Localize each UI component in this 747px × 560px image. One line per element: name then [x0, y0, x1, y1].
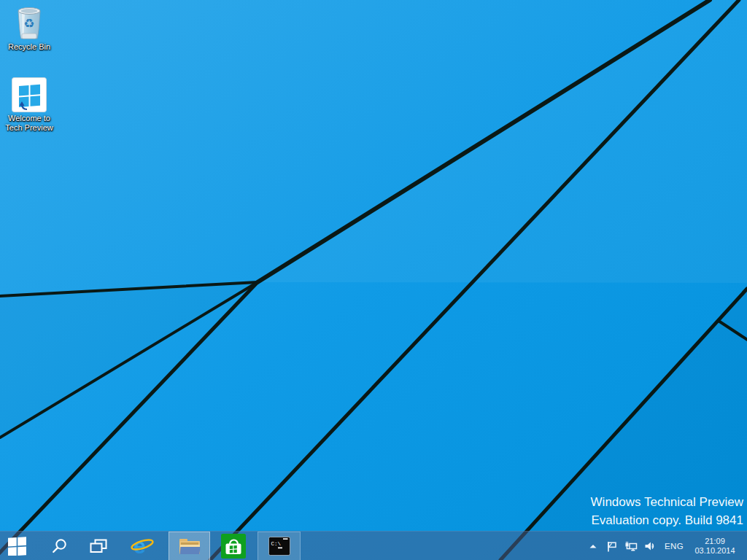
flag-icon	[606, 540, 618, 553]
language-indicator[interactable]: ENG	[659, 532, 689, 560]
clock[interactable]: 21:09 03.10.2014	[689, 532, 741, 560]
file-explorer-icon	[178, 537, 201, 556]
action-center-button[interactable]	[604, 532, 620, 560]
store-button[interactable]	[215, 532, 252, 560]
taskbar: e	[0, 531, 747, 560]
clock-date: 03.10.2014	[694, 546, 735, 556]
svg-text:♻: ♻	[23, 16, 34, 31]
search-icon	[51, 538, 67, 554]
language-code: ENG	[665, 542, 684, 551]
welcome-tile-icon	[12, 77, 47, 112]
network-status-button[interactable]	[623, 532, 639, 560]
clock-time: 21:09	[705, 537, 725, 546]
task-view-button[interactable]	[82, 532, 115, 560]
show-hidden-icons-button[interactable]	[585, 532, 601, 560]
wallpaper-image	[0, 0, 747, 560]
svg-text:e: e	[133, 534, 146, 558]
evaluation-watermark: Windows Technical Preview Evaluation cop…	[591, 493, 743, 529]
store-icon	[221, 534, 246, 559]
recycle-bin-icon: ♻	[13, 4, 45, 41]
internet-explorer-button[interactable]: e	[123, 532, 162, 560]
start-button[interactable]	[0, 532, 35, 560]
recycle-bin-label: Recycle Bin	[0, 42, 58, 52]
desktop-icon-recycle-bin[interactable]: ♻ Recycle Bin	[0, 4, 58, 52]
search-button[interactable]	[42, 532, 76, 560]
volume-button[interactable]	[642, 532, 658, 560]
watermark-line1: Windows Technical Preview	[591, 493, 743, 511]
windows-logo-icon	[8, 537, 27, 556]
welcome-label-line1: Welcome to	[0, 114, 58, 123]
speaker-icon	[644, 540, 656, 552]
desktop-icon-welcome-shortcut[interactable]: Welcome to Tech Preview	[0, 77, 58, 133]
welcome-label-line2: Tech Preview	[0, 123, 58, 133]
network-icon	[624, 540, 638, 552]
file-explorer-button[interactable]	[169, 532, 210, 560]
command-prompt-button[interactable]: C:\	[258, 532, 301, 560]
desktop: ♻ Recycle Bin Welcome to Tech Preview Wi…	[0, 0, 747, 560]
watermark-line2: Evaluation copy. Build 9841	[591, 511, 743, 529]
cmd-prompt-text: C:\	[271, 541, 281, 547]
chevron-up-icon	[588, 541, 598, 551]
task-view-icon	[90, 539, 107, 553]
internet-explorer-icon: e	[131, 534, 154, 558]
command-prompt-icon: C:\	[268, 537, 290, 556]
